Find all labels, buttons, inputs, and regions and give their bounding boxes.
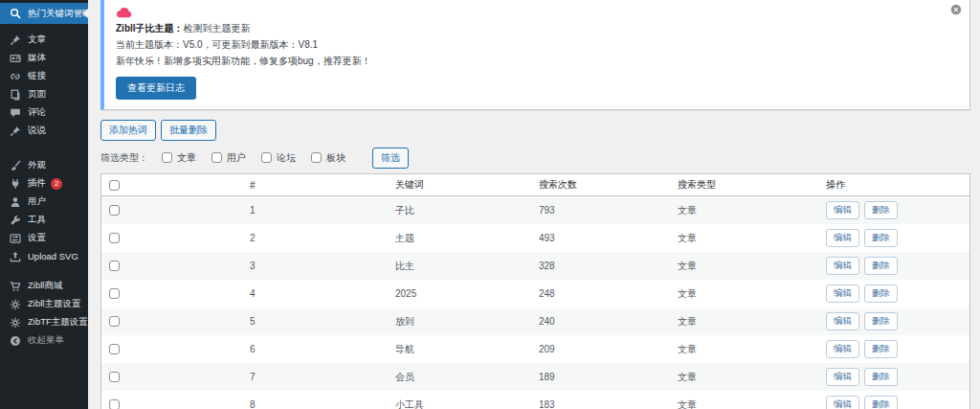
row-checkbox[interactable] — [109, 288, 120, 299]
filter-checkbox-3[interactable] — [311, 152, 322, 163]
view-changelog-button[interactable]: 查看更新日志 — [116, 77, 196, 100]
edit-button[interactable]: 编辑 — [826, 284, 859, 303]
row-checkbox[interactable] — [109, 344, 120, 354]
col-header-actions: 操作 — [826, 178, 969, 192]
delete-button[interactable]: 删除 — [864, 396, 898, 409]
sidebar-item-pages[interactable]: 页面 — [0, 85, 88, 103]
row-check-cell — [101, 372, 250, 382]
plugin-update-count-badge: 2 — [51, 178, 62, 190]
sidebar-item-zibtf-theme-settings[interactable]: ZibTF主题设置 — [0, 313, 88, 331]
search-icon — [10, 8, 21, 19]
filter-option: 用户 — [212, 151, 246, 165]
delete-button[interactable]: 删除 — [864, 312, 898, 330]
update-notice: Zibll子比主题：检测到主题更新 当前主题版本：V5.0，可更新到最新版本：V… — [100, 0, 970, 110]
dismiss-notice-icon[interactable] — [950, 4, 962, 15]
keywords-table: # 关键词 搜索次数 搜索类型 操作 1子比793文章编辑删除2主题493文章编… — [100, 173, 970, 409]
sidebar-item-zibll-theme-settings[interactable]: Zibll主题设置 — [0, 295, 88, 313]
cell-index: 2 — [250, 233, 395, 243]
table-row: 3比主328文章编辑删除 — [101, 252, 969, 280]
main-content: Zibll子比主题：检测到主题更新 当前主题版本：V5.0，可更新到最新版本：V… — [88, 0, 980, 409]
sidebar-item-label: Zibll主题设置 — [28, 298, 80, 310]
cell-count: 248 — [539, 288, 678, 299]
edit-button[interactable]: 编辑 — [826, 368, 859, 386]
sidebar-item-label: 外观 — [28, 159, 46, 171]
delete-button[interactable]: 删除 — [864, 368, 898, 386]
cell-actions: 编辑删除 — [826, 229, 969, 247]
sidebar-item-label: 链接 — [28, 70, 46, 82]
sidebar-item-links[interactable]: 链接 — [0, 67, 88, 85]
sidebar-item-zibll-store[interactable]: Zibll商城 — [0, 277, 88, 295]
row-checkbox[interactable] — [109, 399, 120, 409]
row-checkbox[interactable] — [109, 372, 120, 382]
add-keyword-button[interactable]: 添加热词 — [100, 120, 156, 141]
edit-button[interactable]: 编辑 — [826, 201, 859, 219]
cell-actions: 编辑删除 — [826, 284, 969, 303]
sidebar-item-tools[interactable]: 工具 — [0, 211, 88, 229]
edit-button[interactable]: 编辑 — [826, 257, 859, 275]
filter-checkbox-1[interactable] — [212, 152, 222, 163]
row-checkbox[interactable] — [109, 233, 120, 243]
cell-index: 7 — [250, 372, 395, 382]
gear-icon — [10, 317, 21, 329]
cell-keyword: 放到 — [395, 315, 539, 329]
zibll-cloud-logo-icon — [116, 6, 132, 18]
gear-icon — [10, 299, 21, 310]
delete-button[interactable]: 删除 — [864, 284, 898, 303]
row-checkbox[interactable] — [109, 205, 120, 216]
sidebar-item-collapse-menu[interactable]: 收起菜单 — [0, 331, 88, 350]
sidebar-item-plugins[interactable]: 插件2 — [0, 174, 88, 193]
row-check-cell — [101, 261, 250, 271]
select-all-checkbox[interactable] — [109, 180, 120, 191]
cell-keyword: 2025 — [395, 288, 539, 299]
edit-button[interactable]: 编辑 — [826, 229, 859, 247]
cell-type: 文章 — [678, 343, 826, 356]
notice-version-line: 当前主题版本：V5.0，可更新到最新版本：V8.1 — [116, 38, 931, 51]
filter-option: 论坛 — [261, 151, 296, 165]
sidebar-item-shuoshuo[interactable]: 说说 — [0, 122, 88, 140]
delete-button[interactable]: 删除 — [864, 340, 898, 358]
cell-index: 4 — [250, 288, 395, 299]
filter-submit-button[interactable]: 筛选 — [372, 148, 409, 169]
table-row: 2主题493文章编辑删除 — [101, 224, 969, 252]
cell-actions: 编辑删除 — [826, 368, 969, 386]
filter-checkbox-2[interactable] — [261, 152, 272, 163]
sidebar-item-label: ZibTF主题设置 — [28, 316, 88, 329]
sidebar-item-media[interactable]: 媒体 — [0, 49, 88, 67]
edit-button[interactable]: 编辑 — [826, 340, 859, 358]
delete-button[interactable]: 删除 — [864, 229, 898, 247]
sidebar-item-upload-svg[interactable]: Upload SVG — [0, 247, 88, 265]
notice-title-rest: 检测到主题更新 — [184, 23, 251, 34]
row-check-cell — [101, 316, 250, 327]
brush-icon — [10, 160, 21, 171]
sidebar-item-posts[interactable]: 文章 — [0, 31, 88, 49]
cell-keyword: 会员 — [395, 371, 539, 384]
cell-actions: 编辑删除 — [826, 257, 969, 275]
row-check-cell — [101, 288, 250, 299]
edit-button[interactable]: 编辑 — [826, 396, 859, 409]
row-checkbox[interactable] — [109, 261, 120, 271]
filter-checkbox-0[interactable] — [162, 152, 172, 163]
filter-option-label: 文章 — [177, 151, 196, 165]
pin-icon — [10, 125, 21, 137]
table-body: 1子比793文章编辑删除2主题493文章编辑删除3比主328文章编辑删除4202… — [101, 196, 969, 409]
sidebar-item-hot-keywords[interactable]: 热门关键词管理 — [0, 3, 88, 24]
sidebar-item-comments[interactable]: 评论 — [0, 103, 88, 122]
cell-count: 493 — [539, 233, 678, 243]
table-row: 6导航209文章编辑删除 — [101, 335, 969, 363]
cell-type: 文章 — [678, 371, 826, 384]
edit-button[interactable]: 编辑 — [826, 312, 859, 330]
filter-option-label: 用户 — [227, 151, 246, 165]
link-icon — [10, 71, 21, 82]
cell-type: 文章 — [678, 204, 826, 217]
row-checkbox[interactable] — [109, 316, 120, 327]
bulk-delete-button[interactable]: 批量删除 — [161, 120, 216, 141]
cell-count: 240 — [539, 316, 678, 327]
delete-button[interactable]: 删除 — [864, 257, 898, 275]
cell-actions: 编辑删除 — [826, 340, 969, 358]
cell-type: 文章 — [678, 287, 826, 301]
sidebar-item-settings[interactable]: 设置 — [0, 229, 88, 247]
delete-button[interactable]: 删除 — [864, 201, 898, 219]
sidebar-item-users[interactable]: 用户 — [0, 193, 88, 211]
sidebar-item-appearance[interactable]: 外观 — [0, 156, 88, 174]
sidebar-item-label: 媒体 — [28, 52, 46, 64]
